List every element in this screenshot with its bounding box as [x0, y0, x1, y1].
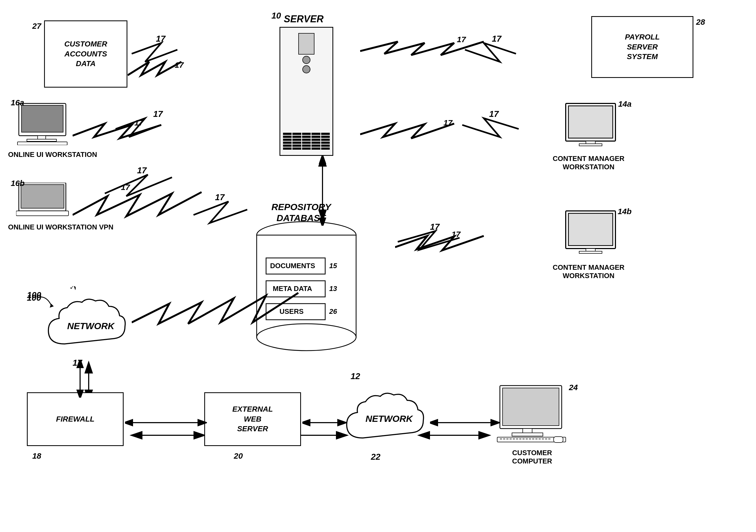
- svg-rect-26: [579, 144, 602, 146]
- external-web-label: EXTERNAL WEB SERVER: [232, 404, 273, 434]
- lightning-16a-server: [72, 121, 280, 145]
- repository-label: REPOSITORYDATABASE: [271, 201, 331, 224]
- svg-text:15: 15: [329, 262, 337, 270]
- network-bottom-group: NETWORK 22: [341, 389, 427, 455]
- ref-10: 10: [271, 11, 281, 21]
- svg-text:17: 17: [430, 222, 440, 232]
- svg-rect-63: [554, 437, 563, 442]
- svg-rect-28: [568, 213, 613, 246]
- svg-rect-68: [513, 438, 515, 439]
- svg-text:13: 13: [329, 284, 337, 293]
- svg-rect-24: [568, 106, 613, 138]
- customer-computer-group: 24: [495, 384, 570, 444]
- svg-text:17: 17: [489, 109, 500, 119]
- payroll-server-label: PAYROLL SERVER SYSTEM: [625, 32, 660, 62]
- svg-rect-74: [532, 438, 534, 439]
- network-bottom-cloud-icon: NETWORK: [341, 389, 427, 454]
- svg-rect-18: [27, 139, 56, 141]
- online-ui-a-label: ONLINE UI WORKSTATION: [8, 150, 97, 159]
- svg-rect-64: [500, 438, 502, 439]
- svg-rect-75: [535, 438, 537, 439]
- svg-text:17: 17: [153, 109, 163, 119]
- online-ui-vpn-label: ONLINE UI WORKSTATION VPN: [8, 223, 113, 231]
- ref-17-network: 17: [72, 358, 82, 368]
- ref-17-top1: 17: [175, 61, 183, 69]
- server-label: SERVER: [274, 13, 333, 25]
- ref-28: 28: [696, 17, 705, 27]
- ref-20: 20: [234, 451, 243, 461]
- lightning-payroll-server: [360, 40, 594, 62]
- ref-14a: 14a: [618, 99, 632, 109]
- svg-rect-22: [16, 211, 68, 216]
- firewall-box: FIREWALL: [27, 392, 123, 446]
- repository-db-group: DOCUMENTS 15 META DATA 13 USERS 26 REPOS…: [255, 220, 358, 372]
- arrow-100: ↙: [70, 285, 78, 296]
- computer-14a-icon: [564, 102, 621, 148]
- svg-rect-76: [539, 438, 541, 439]
- svg-rect-30: [579, 251, 602, 253]
- ref-16b: 16b: [11, 179, 25, 188]
- payroll-server-box: PAYROLL SERVER SYSTEM: [591, 16, 693, 78]
- ref-18: 18: [32, 451, 41, 461]
- ref-22: 22: [371, 452, 381, 462]
- content-manager-a-group: 14a: [564, 102, 621, 149]
- ref-17-16a: 17: [134, 118, 143, 127]
- customer-accounts-box: CUSTOMER ACCOUNTS DATA: [44, 20, 127, 88]
- network-cloud-icon: NETWORK: [43, 296, 129, 363]
- svg-rect-71: [523, 438, 525, 439]
- ref-12: 12: [350, 371, 360, 381]
- computer-16a-icon: [16, 102, 70, 145]
- arrow-external-network-bottom: [302, 417, 347, 428]
- network-top-group: NETWORK 100 ↙ 17: [43, 296, 129, 364]
- content-manager-b-label: CONTENT MANAGER WORKSTATION: [537, 263, 640, 280]
- svg-text:NETWORK: NETWORK: [67, 321, 115, 331]
- svg-text:USERS: USERS: [280, 307, 304, 315]
- svg-text:17: 17: [156, 34, 166, 43]
- svg-rect-78: [545, 438, 547, 439]
- arrow-firewall-external: [125, 417, 207, 428]
- svg-rect-21: [21, 185, 64, 208]
- lightning-repo-14b: [395, 234, 570, 258]
- svg-text:17: 17: [137, 166, 147, 175]
- firewall-label: FIREWALL: [56, 414, 94, 424]
- ref-17-14b: 17: [451, 230, 460, 239]
- svg-text:26: 26: [329, 307, 337, 315]
- online-ui-a-group: 16a: [16, 102, 70, 146]
- content-manager-b-group: 14b: [564, 210, 621, 256]
- ref-27: 27: [32, 21, 41, 31]
- ref-17-14a: 17: [444, 118, 452, 127]
- svg-text:DOCUMENTS: DOCUMENTS: [270, 262, 315, 270]
- ref-24: 24: [569, 383, 578, 392]
- ref-14b: 14b: [618, 207, 632, 216]
- svg-rect-73: [529, 438, 531, 439]
- svg-point-33: [256, 324, 356, 351]
- computer-16b-icon: [16, 183, 70, 218]
- svg-text:META DATA: META DATA: [273, 284, 312, 293]
- svg-rect-70: [519, 438, 521, 439]
- customer-computer-label: CUSTOMER COMPUTER: [495, 449, 570, 466]
- svg-rect-59: [502, 388, 559, 426]
- server-tower-group: SERVER 10: [274, 13, 333, 156]
- content-manager-a-label: CONTENT MANAGER WORKSTATION: [537, 154, 640, 171]
- svg-rect-69: [516, 438, 518, 439]
- customer-accounts-label: CUSTOMER ACCOUNTS DATA: [64, 39, 107, 68]
- lightning-server-14a: [360, 121, 570, 145]
- svg-rect-79: [548, 438, 551, 439]
- svg-text:NETWORK: NETWORK: [365, 413, 413, 424]
- svg-rect-67: [510, 438, 512, 439]
- diagram: 17 17 17 17 17 17 17 CUSTOMER ACCOUNTS D…: [0, 0, 756, 532]
- lightning-16b-repo: [72, 188, 293, 223]
- external-web-box: EXTERNAL WEB SERVER: [204, 392, 301, 446]
- ref-16a: 16a: [11, 98, 24, 107]
- ref-100-label: 100: [27, 293, 41, 303]
- arrow-100-icon: [39, 296, 55, 309]
- svg-rect-16: [21, 105, 63, 132]
- svg-rect-61: [512, 433, 543, 436]
- svg-rect-65: [503, 438, 505, 439]
- arrow-network-customer: [430, 417, 500, 428]
- svg-text:17: 17: [215, 192, 225, 202]
- computer-14b-icon: [564, 210, 621, 255]
- customer-computer-icon: [495, 384, 570, 443]
- svg-rect-19: [17, 142, 67, 145]
- svg-text:17: 17: [492, 34, 502, 43]
